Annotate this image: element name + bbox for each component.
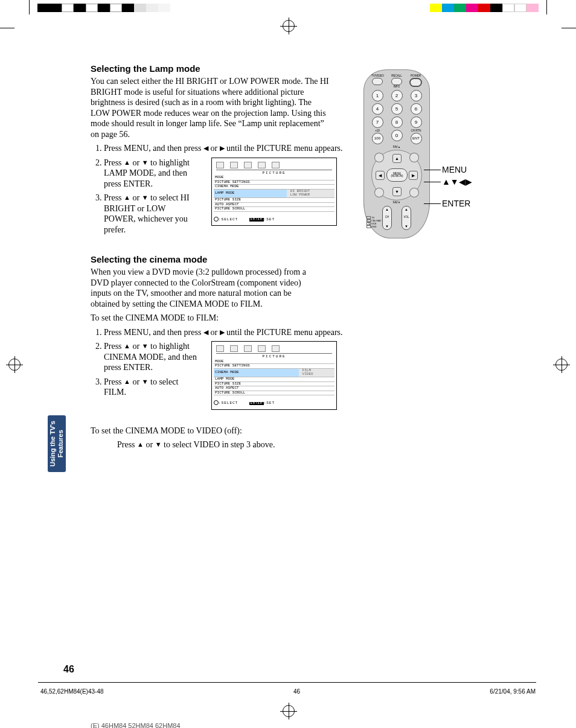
recall-button — [391, 78, 402, 85]
num-9: 9 — [411, 117, 422, 128]
right-triangle-icon: ▶ — [220, 144, 225, 152]
right-arrow-button: ▶ — [409, 171, 418, 180]
callout-arrows: ▲▼◀▶ — [442, 177, 472, 187]
cinema-mode-heading: Selecting the cinema mode — [91, 254, 513, 264]
page-number: 46 — [63, 664, 74, 675]
num-7: 7 — [372, 117, 383, 128]
callout-menu: MENU — [442, 165, 467, 174]
menu-tab-icon — [272, 162, 280, 168]
cinema-step-1: Press MENU, and then press ◀ or ▶ until … — [104, 327, 513, 338]
up-triangle-icon: ▲ — [137, 441, 144, 448]
menu-tab-icon — [230, 162, 238, 168]
registration-mark-bottom — [283, 705, 295, 717]
ch-rocker: ▲CH▼ — [382, 206, 392, 230]
osd-title: PICTURE — [214, 355, 334, 359]
ent-button: ENT — [411, 133, 422, 144]
menu-tab-icon — [216, 162, 224, 168]
num-5: 5 — [391, 103, 403, 115]
cinema-off-lead: To set the CINEMA MODE to VIDEO (off): — [91, 426, 513, 436]
cinema-off-step: Press ▲ or ▼ to select VIDEO in step 3 a… — [117, 439, 513, 450]
power-button — [409, 78, 422, 87]
down-triangle-icon: ▼ — [155, 441, 162, 448]
cinema-step-3: Press ▲ or ▼ to select FILM. — [104, 377, 199, 398]
num-2: 2 — [391, 90, 403, 101]
tv-video-button — [372, 78, 383, 85]
up-triangle-icon: ▲ — [124, 194, 130, 201]
footer-timestamp: 6/21/04, 9:56 AM — [490, 688, 536, 695]
hundred-button: 100 — [372, 133, 383, 144]
down-triangle-icon: ▼ — [142, 159, 149, 166]
trim-title: (E) 46HM84 52HM84 62HM84 — [91, 722, 181, 728]
footer-pagenum: 46 — [293, 688, 300, 695]
osd-table: MODE PICTURE SETTINGS CINEMA MODEFILMVID… — [214, 360, 334, 396]
vol-rocker: ▲VOL▼ — [402, 206, 411, 230]
left-triangle-icon: ◀ — [203, 328, 208, 336]
osd-footer: :SELECT ENTER:SET — [214, 400, 334, 405]
down-triangle-icon: ▼ — [142, 342, 149, 350]
left-triangle-icon: ◀ — [203, 144, 208, 152]
num-1: 1 — [372, 90, 383, 101]
lamp-mode-paragraph: You can select either the HI BRIGHT or L… — [91, 76, 332, 139]
side-tab: Using the TV's Features — [48, 415, 66, 472]
menu-tab-icon — [272, 345, 280, 352]
num-8: 8 — [391, 117, 403, 128]
up-arrow-button: ▲ — [392, 154, 402, 163]
cinema-step-2: Press ▲ or ▼ to highlight CINEMA MODE, a… — [104, 341, 199, 373]
down-triangle-icon: ▼ — [142, 194, 149, 201]
footer-rule — [38, 682, 536, 683]
left-arrow-button: ◀ — [376, 171, 385, 180]
num-4: 4 — [372, 103, 383, 115]
menu-tab-icon — [230, 345, 238, 352]
menu-tab-icon — [244, 162, 252, 168]
menu-tab-icon — [258, 345, 266, 352]
registration-mark-top — [283, 20, 295, 32]
footer-row: 46,52,62HM84(E)43-48 46 6/21/04, 9:56 AM — [40, 688, 536, 695]
num-3: 3 — [411, 90, 422, 101]
dpad: ▲ ▼ ◀ ▶ MENU (NOMON) — [371, 150, 422, 200]
registration-mark-right — [555, 359, 568, 371]
osd-menu-cinema: PICTURE MODE PICTURE SETTINGS CINEMA MOD… — [211, 341, 337, 410]
remote-illustration: TV/VIDEO RECALLINFO POWER 123 456 789 +1… — [363, 69, 514, 238]
num-6: 6 — [411, 103, 422, 115]
mode-switch-list: TV CBL/SAT VCR DVD — [366, 216, 381, 228]
up-triangle-icon: ▲ — [124, 378, 130, 385]
up-triangle-icon: ▲ — [124, 159, 130, 166]
num-0: 0 — [391, 130, 403, 141]
down-arrow-button: ▼ — [392, 187, 402, 196]
cinema-mode-paragraph: When you view a DVD movie (3:2 pulldown … — [91, 267, 320, 309]
osd-title: PICTURE — [214, 171, 334, 176]
footer-filename: 46,52,62HM84(E)43-48 — [40, 688, 104, 695]
menu-enter-button: MENU (NOMON) — [386, 168, 408, 182]
lamp-step-2: Press ▲ or ▼ to highlight LAMP MODE, and… — [104, 158, 199, 190]
left-color-bar — [37, 4, 170, 12]
menu-tab-icon — [244, 345, 252, 352]
callout-enter: ENTER — [442, 199, 470, 208]
lamp-step-3: Press ▲ or ▼ to select HI BRIGHT or LOW … — [104, 193, 199, 235]
registration-mark-left — [8, 359, 21, 371]
right-color-bar — [430, 4, 539, 12]
osd-menu-lamp: PICTURE MODE PICTURE SETTINGS CINEMA MOD… — [211, 158, 337, 226]
menu-tab-icon — [258, 162, 266, 168]
osd-table: MODE PICTURE SETTINGS CINEMA MODE LAMP M… — [214, 176, 334, 212]
osd-footer: :SELECT ENTER:SET — [214, 217, 334, 222]
up-triangle-icon: ▲ — [124, 342, 130, 350]
down-triangle-icon: ▼ — [142, 378, 149, 385]
cinema-lead: To set the CINEMA MODE to FILM: — [91, 313, 513, 324]
menu-tab-icon — [216, 345, 224, 352]
right-triangle-icon: ▶ — [220, 328, 225, 336]
